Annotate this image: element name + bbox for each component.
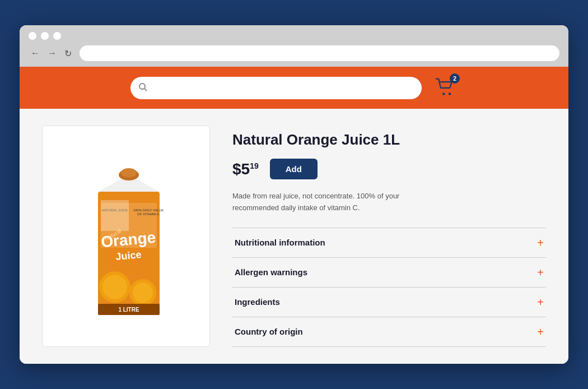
svg-point-3 [449,93,451,96]
forward-button[interactable]: → [45,47,59,59]
svg-text:100% DAILY VALUE: 100% DAILY VALUE [133,209,164,212]
accordion: Nutritional information + Allergen warni… [232,228,546,347]
product-description: Made from real juice, not concentrate. 1… [232,191,445,214]
main-content: Orange Juice Natural 1 LITRE NATURAL JUI… [20,109,568,364]
accordion-header-country[interactable]: Country of origin + [232,317,546,346]
price-dollars: $5 [232,160,250,178]
svg-point-15 [133,283,153,303]
product-details: Natural Orange Juice 1L $519 Add Made fr… [232,126,546,347]
cart-badge: 2 [450,73,460,84]
accordion-label-country: Country of origin [235,327,303,336]
product-title: Natural Orange Juice 1L [232,131,546,149]
browser-dots [29,32,559,40]
accordion-expand-ingredients: + [537,297,544,308]
search-container [130,77,422,99]
search-input[interactable] [130,77,422,99]
add-to-cart-button[interactable]: Add [270,159,318,179]
product-image: Orange Juice Natural 1 LITRE NATURAL JUI… [70,147,182,326]
product-price: $519 [232,160,259,178]
nav-buttons: ← → ↻ [29,47,74,60]
browser-window: ← → ↻ 2 [20,25,568,364]
accordion-expand-nutritional: + [537,237,544,248]
product-image-area: Orange Juice Natural 1 LITRE NATURAL JUI… [42,126,210,347]
svg-line-1 [144,89,147,91]
browser-toolbar: ← → ↻ [29,45,559,61]
svg-text:OF VITAMIN C: OF VITAMIN C [137,212,160,216]
svg-text:Juice: Juice [115,249,142,262]
price-row: $519 Add [232,159,546,179]
accordion-item-allergen: Allergen warnings + [232,258,546,288]
accordion-header-nutritional[interactable]: Nutritional information + [232,228,546,257]
svg-text:1 LITRE: 1 LITRE [118,307,139,313]
accordion-label-nutritional: Nutritional information [235,238,325,247]
site-header: 2 [20,67,568,109]
accordion-label-ingredients: Ingredients [235,297,280,307]
accordion-item-nutritional: Nutritional information + [232,228,546,258]
dot-3 [53,32,61,40]
svg-point-13 [102,275,127,299]
accordion-item-country: Country of origin + [232,317,546,347]
svg-point-2 [442,93,445,96]
cart-button[interactable]: 2 [433,75,458,101]
accordion-expand-allergen: + [537,267,544,278]
price-cents: 19 [250,161,259,170]
svg-point-7 [121,168,137,177]
svg-point-0 [139,84,145,89]
dot-2 [41,32,49,40]
accordion-header-ingredients[interactable]: Ingredients + [232,288,546,317]
address-bar[interactable] [80,45,559,61]
refresh-button[interactable]: ↻ [62,47,74,60]
accordion-item-ingredients: Ingredients + [232,288,546,317]
back-button[interactable]: ← [29,47,42,59]
accordion-expand-country: + [537,326,544,337]
search-icon [138,82,147,94]
dot-1 [29,32,36,40]
accordion-label-allergen: Allergen warnings [235,267,307,277]
svg-rect-21 [101,200,129,231]
accordion-header-allergen[interactable]: Allergen warnings + [232,258,546,287]
browser-chrome: ← → ↻ [20,25,568,67]
